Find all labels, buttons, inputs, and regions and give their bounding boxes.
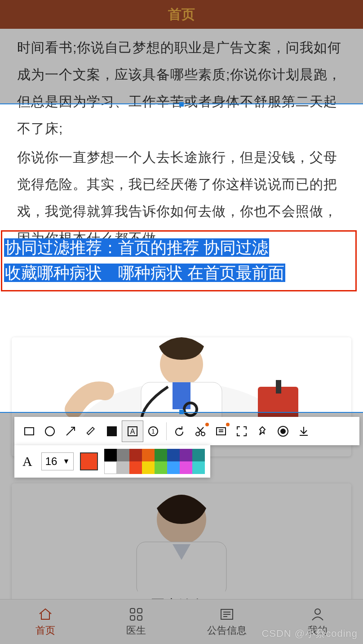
color-swatch[interactable] — [129, 449, 142, 461]
svg-point-41 — [315, 609, 320, 614]
pencil-tool[interactable] — [81, 421, 102, 442]
color-swatch[interactable] — [117, 461, 129, 474]
svg-rect-4 — [173, 382, 190, 409]
svg-line-13 — [66, 427, 75, 435]
svg-rect-33 — [130, 608, 135, 613]
svg-rect-7 — [276, 380, 281, 394]
color-swatch[interactable] — [155, 449, 167, 461]
svg-rect-35 — [130, 616, 135, 620]
toolbar-separator — [166, 422, 167, 440]
record-tool[interactable] — [273, 421, 293, 442]
svg-rect-36 — [137, 616, 142, 620]
color-swatch[interactable] — [180, 461, 192, 474]
undo-tool[interactable] — [169, 421, 190, 442]
grid-icon — [128, 607, 144, 622]
app-header: 首页 — [0, 0, 363, 29]
color-swatch[interactable] — [104, 449, 117, 461]
svg-rect-15 — [112, 427, 116, 431]
nav-label: 医生 — [126, 624, 146, 637]
page-title: 首页 — [168, 5, 195, 24]
cut-tool[interactable] — [190, 421, 211, 442]
nav-home[interactable]: 首页 — [0, 599, 91, 644]
fullscreen-tool[interactable] — [231, 421, 252, 442]
svg-text:1: 1 — [151, 428, 155, 435]
article-body: 时间看书;你说自己梦想的职业是广告文案，问我如何成为一个文案，应该具备哪些素质;… — [0, 29, 363, 265]
ocr-tool[interactable] — [211, 421, 231, 442]
color-swatch[interactable] — [129, 461, 142, 474]
arrow-tool[interactable] — [60, 421, 81, 442]
color-swatch[interactable] — [155, 461, 167, 474]
color-swatch[interactable] — [104, 461, 117, 474]
font-size-value: 16 — [45, 455, 58, 468]
color-swatch[interactable] — [192, 449, 205, 461]
font-style-button[interactable]: A — [20, 454, 35, 469]
chevron-down-icon: ▼ — [62, 457, 70, 465]
home-icon — [38, 607, 53, 622]
watermark: CSDN @小蔡coding — [261, 627, 358, 640]
doctor-image — [12, 483, 351, 591]
color-swatch[interactable] — [142, 449, 155, 461]
nav-doctor[interactable]: 医生 — [91, 599, 182, 644]
annotation-text-line2[interactable]: 收藏哪种病状 哪种病状 在首页最前面 — [4, 264, 285, 282]
color-swatch[interactable] — [167, 461, 180, 474]
svg-point-12 — [45, 427, 54, 436]
nav-notice[interactable]: 公告信息 — [182, 599, 272, 644]
screenshot-toolbar: A 1 — [14, 417, 359, 445]
nav-label: 首页 — [35, 624, 55, 637]
save-tool[interactable] — [293, 421, 314, 442]
svg-rect-11 — [25, 428, 34, 435]
text-tool[interactable]: A — [122, 421, 143, 442]
svg-rect-16 — [107, 432, 111, 436]
article-paragraph-1: 时间看书;你说自己梦想的职业是广告文案，问我如何成为一个文案，应该具备哪些素质;… — [17, 34, 346, 142]
user-icon — [310, 607, 325, 622]
pin-tool[interactable] — [252, 421, 273, 442]
svg-rect-14 — [107, 427, 111, 431]
counter-tool[interactable]: 1 — [143, 421, 164, 442]
svg-point-30 — [281, 429, 285, 434]
rectangle-tool[interactable] — [19, 421, 40, 442]
color-swatches — [104, 449, 205, 474]
text-format-popup: A 16 ▼ — [14, 445, 210, 478]
color-swatch[interactable] — [142, 461, 155, 474]
color-swatch[interactable] — [192, 461, 205, 474]
color-swatch[interactable] — [167, 449, 180, 461]
color-swatch[interactable] — [117, 449, 129, 461]
svg-rect-17 — [112, 432, 116, 436]
svg-text:A: A — [130, 428, 135, 435]
news-icon — [219, 607, 235, 622]
nav-label: 公告信息 — [207, 624, 247, 637]
article-paragraph-2: 你说你一直梦想一个人去长途旅行，但是没钱，父母觉得危险。其实，我已经厌倦了你这样… — [17, 144, 346, 252]
color-swatch[interactable] — [180, 449, 192, 461]
font-size-select[interactable]: 16 ▼ — [41, 452, 74, 470]
mosaic-tool[interactable] — [102, 421, 122, 442]
ellipse-tool[interactable] — [40, 421, 60, 442]
current-color-swatch[interactable] — [80, 452, 98, 470]
svg-rect-34 — [137, 608, 142, 613]
